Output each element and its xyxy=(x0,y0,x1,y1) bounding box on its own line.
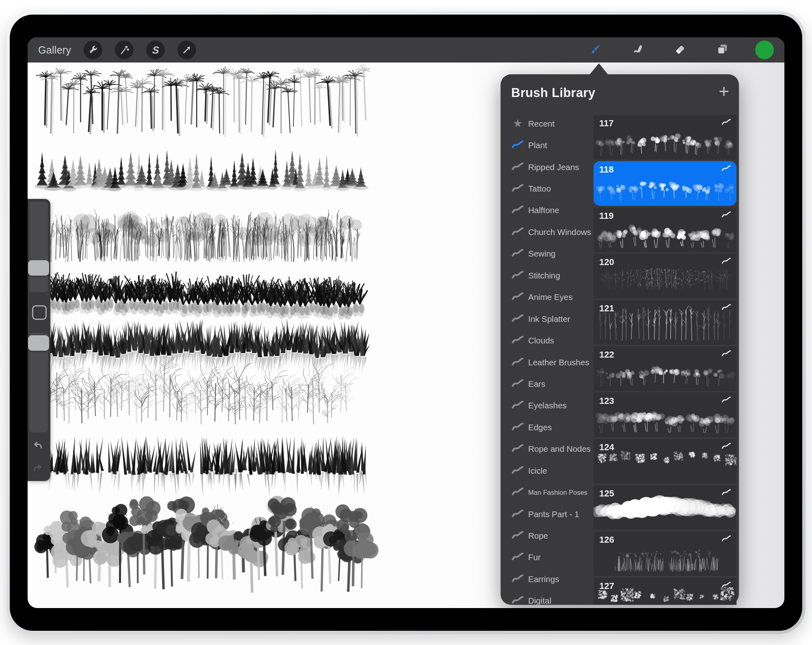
brush-preview-art xyxy=(594,115,736,160)
sidebar-item-digital[interactable]: Digital xyxy=(501,590,593,605)
undo-icon xyxy=(32,441,43,451)
sidebar-item-label: Ink Splatter xyxy=(528,314,570,324)
color-tool-button[interactable] xyxy=(755,41,774,59)
brush-number: 125 xyxy=(599,488,614,499)
brush-item-123[interactable]: 123 xyxy=(594,393,736,437)
transform-arrow-icon xyxy=(181,45,192,55)
brush-item-120[interactable]: 120 xyxy=(594,254,736,298)
brush-library-panel: Brush Library + ★ Recent Plant Ripped Je… xyxy=(501,74,739,605)
brush-stroke-icon xyxy=(511,162,524,173)
modified-brush-icon xyxy=(721,488,732,498)
layers-icon xyxy=(716,43,728,57)
brush-item-118[interactable]: 118 xyxy=(594,161,736,206)
sidebar-item-label: Sewing xyxy=(528,249,555,259)
color-swatch-icon xyxy=(755,41,774,59)
opacity-slider-handle[interactable] xyxy=(28,335,49,351)
sidebar-item-recent[interactable]: ★ Recent xyxy=(501,113,593,134)
modified-brush-icon xyxy=(721,581,732,590)
brush-stroke-icon xyxy=(511,291,524,303)
sidebar-item-eyelashes[interactable]: Eyelashes xyxy=(501,395,593,416)
modified-brush-icon xyxy=(721,118,732,127)
sidebar-item-man-fashion-poses[interactable]: Man Fashion Poses xyxy=(501,481,593,503)
sidebar-item-label: Stitching xyxy=(528,271,560,280)
brush-item-124[interactable]: 124 xyxy=(594,439,736,483)
brush-number: 124 xyxy=(599,442,614,453)
sidebar-item-label: Church Windows xyxy=(528,227,591,237)
erase-tool-button[interactable] xyxy=(671,41,689,59)
sidebar-item-clouds[interactable]: Clouds xyxy=(501,330,593,351)
brush-number: 122 xyxy=(599,349,614,360)
sidebar-item-sewing[interactable]: Sewing xyxy=(501,243,593,265)
modified-brush-icon xyxy=(721,303,732,313)
smudge-icon xyxy=(632,43,644,57)
sidebar-item-fur[interactable]: Fur xyxy=(501,547,593,568)
sidebar-tool-strip xyxy=(28,199,50,481)
star-icon: ★ xyxy=(513,118,523,129)
brush-number: 127 xyxy=(599,581,614,591)
redo-button[interactable] xyxy=(32,464,43,475)
toolbar-left-tools: S xyxy=(71,41,196,59)
sidebar-item-label: Rope xyxy=(528,531,548,541)
sidebar-item-pants-part-1[interactable]: Pants Part - 1 xyxy=(501,503,593,525)
brush-library-header: Brush Library + xyxy=(501,74,739,113)
brush-number: 120 xyxy=(599,257,614,267)
sidebar-item-tattoo[interactable]: Tattoo xyxy=(501,178,593,199)
modified-brush-icon xyxy=(721,211,732,220)
brush-number: 121 xyxy=(599,303,614,314)
brush-item-126[interactable]: 126 xyxy=(594,531,736,576)
brush-item-127[interactable]: 127 xyxy=(594,578,736,605)
add-brush-button[interactable]: + xyxy=(719,82,729,100)
brush-stroke-icon xyxy=(511,465,524,477)
sidebar-item-rope-and-nodes[interactable]: Rope and Nodes xyxy=(501,438,593,460)
layers-tool-button[interactable] xyxy=(713,41,732,59)
gallery-button[interactable]: Gallery xyxy=(38,44,71,56)
sidebar-item-ears[interactable]: Ears xyxy=(501,373,593,395)
selection-button[interactable]: S xyxy=(146,41,165,59)
sidebar-item-leather-brushes[interactable]: Leather Brushes xyxy=(501,352,593,373)
ipad-frame: Gallery S xyxy=(6,11,806,634)
wrench-icon xyxy=(88,45,98,55)
magic-wand-icon xyxy=(119,45,130,55)
modify-button[interactable] xyxy=(32,305,47,320)
sidebar-item-halftone[interactable]: Halftone xyxy=(501,200,593,221)
sidebar-item-edges[interactable]: Edges xyxy=(501,416,593,438)
sidebar-item-rope[interactable]: Rope xyxy=(501,525,593,546)
modified-brush-icon xyxy=(721,164,732,174)
undo-button[interactable] xyxy=(32,441,43,452)
smudge-tool-button[interactable] xyxy=(628,41,647,59)
brush-item-125[interactable]: 125 xyxy=(594,485,736,530)
sidebar-item-label: Fur xyxy=(528,552,541,562)
panel-title: Brush Library xyxy=(511,86,595,100)
brush-stroke-icon xyxy=(511,313,524,325)
sidebar-item-church-windows[interactable]: Church Windows xyxy=(501,221,593,243)
brush-preview-art xyxy=(594,393,736,437)
brush-stroke-icon xyxy=(511,530,524,541)
sidebar-item-label: Digital xyxy=(528,596,551,605)
sidebar-item-ripped-jeans[interactable]: Ripped Jeans xyxy=(501,156,593,178)
modified-brush-icon xyxy=(721,349,732,359)
brush-size-slider[interactable] xyxy=(29,202,48,292)
sidebar-item-icicle[interactable]: Icicle xyxy=(501,460,593,481)
sidebar-item-label: Halftone xyxy=(528,205,559,215)
brush-stroke-icon xyxy=(511,205,524,216)
sidebar-item-plant[interactable]: Plant xyxy=(501,134,593,156)
brush-stroke-icon xyxy=(511,595,524,605)
brush-item-121[interactable]: 121 xyxy=(594,300,736,345)
brush-stroke-icon xyxy=(511,270,524,281)
sidebar-item-anime-eyes[interactable]: Anime Eyes xyxy=(501,287,593,308)
brush-preview-art xyxy=(594,346,736,391)
sidebar-item-stitching[interactable]: Stitching xyxy=(501,265,593,286)
brush-item-119[interactable]: 119 xyxy=(594,207,736,252)
paint-tool-button[interactable] xyxy=(586,41,605,59)
brush-size-slider-handle[interactable] xyxy=(28,260,49,276)
brush-stroke-icon xyxy=(511,574,524,585)
sidebar-item-earrings[interactable]: Earrings xyxy=(501,568,593,590)
transform-button[interactable] xyxy=(177,41,196,59)
sidebar-item-ink-splatter[interactable]: Ink Splatter xyxy=(501,308,593,330)
brush-item-117[interactable]: 117 xyxy=(594,115,736,160)
actions-button[interactable] xyxy=(84,41,102,59)
brush-item-122[interactable]: 122 xyxy=(594,346,736,391)
adjustments-button[interactable] xyxy=(115,41,134,59)
sidebar-item-label: Plant xyxy=(528,140,547,150)
sidebar-item-label: Icicle xyxy=(528,466,547,476)
